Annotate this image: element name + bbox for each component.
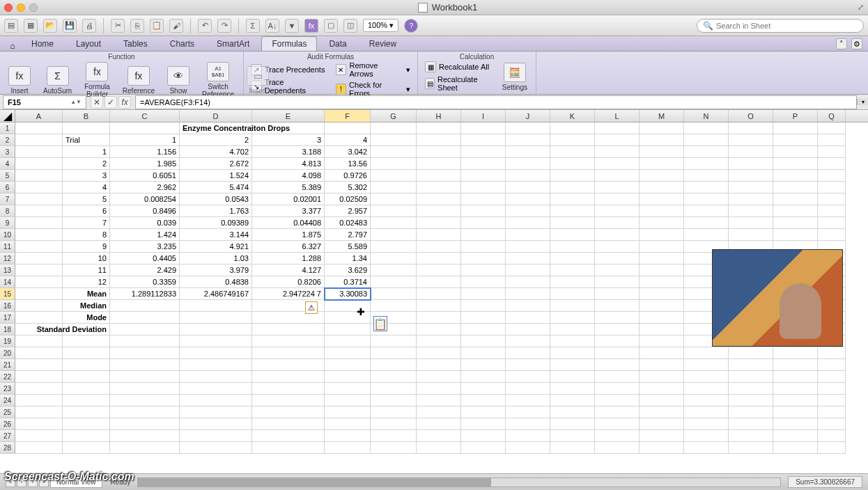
cell[interactable] bbox=[550, 253, 595, 264]
fx-small-icon[interactable]: fx bbox=[118, 96, 131, 109]
cell[interactable] bbox=[110, 406, 180, 418]
cell[interactable] bbox=[325, 395, 371, 406]
cell[interactable] bbox=[461, 288, 506, 300]
cell[interactable]: 3 bbox=[63, 170, 110, 182]
cell[interactable] bbox=[550, 182, 595, 193]
cell[interactable]: 5.302 bbox=[325, 182, 371, 193]
row-header[interactable]: 15 bbox=[0, 288, 15, 300]
row-header[interactable]: 12 bbox=[0, 253, 15, 264]
cell[interactable] bbox=[640, 312, 684, 324]
cell[interactable] bbox=[640, 146, 684, 158]
cell[interactable] bbox=[506, 146, 550, 158]
tab-formulas[interactable]: Formulas bbox=[261, 36, 317, 51]
cell[interactable] bbox=[506, 205, 550, 217]
cell[interactable]: 3.979 bbox=[180, 264, 252, 276]
cell[interactable]: 3.377 bbox=[252, 205, 325, 217]
cell[interactable]: 3.235 bbox=[110, 241, 180, 253]
cell[interactable]: 3.629 bbox=[325, 264, 371, 276]
cell[interactable] bbox=[640, 324, 684, 335]
cell[interactable] bbox=[684, 442, 729, 454]
cell[interactable] bbox=[252, 122, 325, 134]
cell[interactable] bbox=[550, 158, 595, 170]
row-header[interactable]: 11 bbox=[0, 241, 15, 253]
cell[interactable] bbox=[417, 182, 461, 193]
cell[interactable] bbox=[252, 430, 325, 442]
col-header[interactable]: Q bbox=[818, 110, 846, 122]
cell[interactable] bbox=[461, 264, 506, 276]
cell[interactable] bbox=[252, 383, 325, 395]
cell[interactable] bbox=[640, 134, 684, 146]
cell[interactable] bbox=[461, 359, 506, 371]
cell[interactable] bbox=[550, 170, 595, 182]
cell[interactable] bbox=[417, 359, 461, 371]
cell[interactable] bbox=[818, 359, 846, 371]
cell[interactable] bbox=[506, 170, 550, 182]
cell[interactable] bbox=[110, 122, 180, 134]
cell[interactable] bbox=[506, 134, 550, 146]
cell[interactable] bbox=[640, 264, 684, 276]
cell[interactable] bbox=[684, 205, 729, 217]
cell[interactable] bbox=[252, 418, 325, 430]
cell[interactable] bbox=[506, 418, 550, 430]
cell[interactable] bbox=[325, 359, 371, 371]
cell[interactable] bbox=[252, 359, 325, 371]
cell[interactable] bbox=[684, 146, 729, 158]
cell[interactable]: Trial bbox=[63, 134, 110, 146]
cell[interactable]: 1.424 bbox=[110, 229, 180, 241]
tab-layout[interactable]: Layout bbox=[65, 36, 111, 51]
cell[interactable] bbox=[595, 406, 640, 418]
cell[interactable] bbox=[506, 264, 550, 276]
cell[interactable] bbox=[550, 300, 595, 312]
cell[interactable] bbox=[180, 406, 252, 418]
cell[interactable] bbox=[550, 395, 595, 406]
cell[interactable] bbox=[684, 418, 729, 430]
cell[interactable] bbox=[506, 430, 550, 442]
cell[interactable] bbox=[640, 430, 684, 442]
col-header[interactable]: N bbox=[684, 110, 729, 122]
cell[interactable] bbox=[773, 430, 818, 442]
cell[interactable] bbox=[550, 430, 595, 442]
cell[interactable] bbox=[506, 217, 550, 229]
cell[interactable] bbox=[773, 229, 818, 241]
cell[interactable]: 4.813 bbox=[252, 158, 325, 170]
show-button[interactable]: 👁Show bbox=[164, 65, 192, 96]
cell[interactable] bbox=[684, 395, 729, 406]
cell[interactable]: 0.4838 bbox=[180, 276, 252, 288]
cell[interactable]: 3.30083 bbox=[325, 288, 371, 300]
cell[interactable] bbox=[818, 371, 846, 383]
cell[interactable]: 5.474 bbox=[180, 182, 252, 193]
autofill-options-icon[interactable]: 📋 bbox=[373, 316, 387, 331]
cell[interactable] bbox=[15, 442, 63, 454]
row-header[interactable]: 23 bbox=[0, 383, 15, 395]
cell[interactable] bbox=[550, 241, 595, 253]
cell[interactable] bbox=[15, 430, 63, 442]
cell[interactable] bbox=[640, 253, 684, 264]
cell[interactable] bbox=[371, 217, 417, 229]
cell[interactable] bbox=[252, 371, 325, 383]
cell[interactable] bbox=[371, 170, 417, 182]
cell[interactable] bbox=[15, 205, 63, 217]
cell[interactable] bbox=[461, 335, 506, 347]
cell[interactable] bbox=[818, 347, 846, 359]
row-header[interactable]: 6 bbox=[0, 182, 15, 193]
cell[interactable] bbox=[417, 442, 461, 454]
error-smarttag-icon[interactable]: ⚠ bbox=[305, 301, 318, 314]
cell[interactable] bbox=[773, 418, 818, 430]
cell[interactable] bbox=[550, 383, 595, 395]
cell[interactable] bbox=[252, 395, 325, 406]
cell[interactable] bbox=[550, 264, 595, 276]
cell[interactable] bbox=[371, 193, 417, 205]
cell[interactable]: 0.008254 bbox=[110, 193, 180, 205]
cell[interactable] bbox=[461, 170, 506, 182]
search-input[interactable] bbox=[716, 22, 855, 30]
cell[interactable] bbox=[640, 442, 684, 454]
cell[interactable] bbox=[417, 134, 461, 146]
sort-icon[interactable]: A↓ bbox=[265, 19, 279, 33]
maximize-icon[interactable] bbox=[29, 3, 38, 12]
cell[interactable] bbox=[325, 383, 371, 395]
cell[interactable]: 2 bbox=[63, 158, 110, 170]
cell[interactable] bbox=[63, 347, 110, 359]
cell[interactable] bbox=[417, 430, 461, 442]
cell[interactable] bbox=[550, 134, 595, 146]
cell[interactable] bbox=[595, 158, 640, 170]
